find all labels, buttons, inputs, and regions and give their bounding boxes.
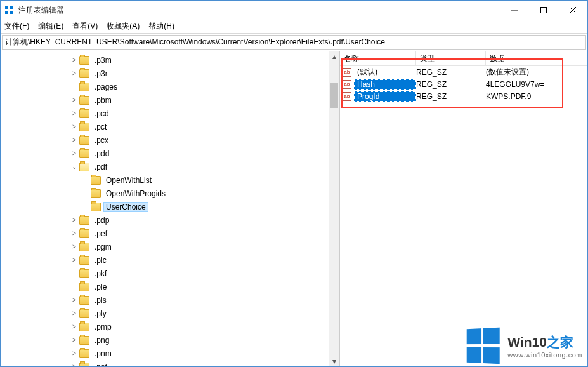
tree-item[interactable]: >.pnm <box>70 347 339 360</box>
col-data[interactable]: 数据 <box>486 51 587 65</box>
list-row[interactable]: abProgIdREG_SZKWPS.PDF.9 <box>340 90 587 102</box>
cell-name: (默认) <box>354 66 416 78</box>
cell-name: Hash <box>354 79 416 90</box>
tree-item[interactable]: >.pbm <box>70 93 339 107</box>
tree-scrollbar[interactable]: ▴ ▾ <box>329 51 339 366</box>
tree-item[interactable]: OpenWithProgids <box>70 187 339 200</box>
tree-item[interactable]: >.pcx <box>70 133 339 147</box>
list-pane: 名称 类型 数据 ab(默认)REG_SZ(数值未设置)abHashREG_SZ… <box>340 51 587 366</box>
expander-icon[interactable]: > <box>70 257 78 264</box>
expander-icon[interactable]: > <box>70 310 78 317</box>
tree-item[interactable]: >.pls <box>70 293 339 307</box>
tree-item-label: .pic <box>92 255 109 265</box>
tree-item-label: .pct <box>92 122 109 132</box>
main-area: >.p3m>.p3r .pages>.pbm>.pcd>.pct>.pcx>.p… <box>1 51 587 366</box>
expander-icon[interactable]: > <box>70 97 78 103</box>
tree-item-label: OpenWithList <box>103 175 154 185</box>
tree-item-label: .pot <box>92 362 110 367</box>
tree-item-label: .ply <box>92 309 109 319</box>
tree-item[interactable]: .pkf <box>70 267 339 280</box>
expander-icon[interactable]: > <box>70 123 78 130</box>
address-bar[interactable]: 计算机\HKEY_CURRENT_USER\Software\Microsoft… <box>2 35 586 50</box>
tree-item[interactable]: .ple <box>70 280 339 293</box>
tree-item[interactable]: >.pic <box>70 253 339 267</box>
expander-icon[interactable]: > <box>70 337 78 344</box>
folder-icon <box>79 309 89 318</box>
folder-icon <box>79 216 89 225</box>
tree-item[interactable]: >.pef <box>70 227 339 240</box>
expander-icon[interactable]: > <box>70 70 78 77</box>
cell-data: (数值未设置) <box>486 67 587 77</box>
tree-item[interactable]: .pages <box>70 80 339 93</box>
col-name[interactable]: 名称 <box>340 51 416 65</box>
menu-favorites[interactable]: 收藏夹(A) <box>107 21 140 32</box>
cell-name: ProgId <box>354 91 416 102</box>
tree-item-label: .ple <box>92 282 109 292</box>
list-row[interactable]: abHashREG_SZ4LEGGLU9V7w= <box>340 78 587 90</box>
string-value-icon: ab <box>343 68 351 77</box>
tree-item-label: .pgm <box>92 242 114 252</box>
expander-icon[interactable]: > <box>70 137 78 143</box>
expander-icon[interactable]: ⌄ <box>70 163 78 170</box>
tree-item[interactable]: UserChoice <box>70 200 339 213</box>
close-button[interactable] <box>558 1 587 20</box>
tree-item[interactable]: >.pmp <box>70 320 339 333</box>
expander-icon[interactable]: > <box>70 110 78 117</box>
tree-item-label: .pkf <box>92 269 109 279</box>
tree-item-label: .pnm <box>92 349 114 359</box>
menubar: 文件(F) 编辑(E) 查看(V) 收藏夹(A) 帮助(H) <box>1 20 587 34</box>
expander-icon[interactable]: > <box>70 57 78 63</box>
tree-item[interactable]: >.ply <box>70 307 339 320</box>
scroll-down-icon[interactable]: ▾ <box>329 356 339 366</box>
col-type[interactable]: 类型 <box>416 51 486 65</box>
tree-item-label: OpenWithProgids <box>103 189 168 199</box>
tree-item-label: .p3m <box>92 55 114 65</box>
tree-item[interactable]: >.pgm <box>70 240 339 253</box>
cell-data: 4LEGGLU9V7w= <box>486 80 587 89</box>
expander-icon[interactable]: > <box>70 243 78 250</box>
app-window: 注册表编辑器 文件(F) 编辑(E) 查看(V) 收藏夹(A) 帮助(H) 计算… <box>0 0 588 367</box>
menu-edit[interactable]: 编辑(E) <box>38 21 63 32</box>
expander-icon[interactable]: > <box>70 297 78 304</box>
windows-logo-icon <box>467 328 502 365</box>
tree-item[interactable]: OpenWithList <box>70 173 339 187</box>
tree-item[interactable]: >.pot <box>70 360 339 366</box>
tree-item[interactable]: >.pdp <box>70 213 339 227</box>
tree-item[interactable]: >.pct <box>70 120 339 133</box>
tree-item[interactable]: >.pcd <box>70 107 339 120</box>
tree-item[interactable]: >.pdd <box>70 147 339 160</box>
list-row[interactable]: ab(默认)REG_SZ(数值未设置) <box>340 66 587 78</box>
folder-icon <box>91 203 101 211</box>
expander-icon[interactable]: > <box>70 350 78 357</box>
tree-item[interactable]: >.p3r <box>70 67 339 80</box>
menu-file[interactable]: 文件(F) <box>4 21 29 32</box>
tree-item[interactable]: >.p3m <box>70 53 339 67</box>
folder-icon <box>79 123 89 131</box>
folder-icon <box>79 109 89 118</box>
cell-type: REG_SZ <box>416 92 486 101</box>
folder-icon <box>79 243 89 251</box>
menu-view[interactable]: 查看(V) <box>72 21 98 32</box>
expander-icon[interactable]: > <box>70 363 78 366</box>
scroll-thumb[interactable] <box>330 83 338 108</box>
tree-pane: >.p3m>.p3r .pages>.pbm>.pcd>.pct>.pcx>.p… <box>1 51 340 366</box>
cell-type: REG_SZ <box>416 80 486 89</box>
maximize-button[interactable] <box>529 1 558 20</box>
expander-icon[interactable]: > <box>70 230 78 237</box>
cell-type: REG_SZ <box>416 68 486 77</box>
tree-item-label: .png <box>92 335 112 345</box>
expander-icon[interactable]: > <box>70 323 78 330</box>
string-value-icon: ab <box>343 80 351 89</box>
tree-item-label: .pbm <box>92 95 114 105</box>
folder-icon <box>79 83 89 91</box>
folder-icon <box>79 296 89 305</box>
minimize-button[interactable] <box>500 1 529 20</box>
menu-help[interactable]: 帮助(H) <box>148 21 174 32</box>
expander-icon[interactable]: > <box>70 150 78 157</box>
tree-item[interactable]: ⌄.pdf <box>70 160 339 173</box>
scroll-up-icon[interactable]: ▴ <box>329 51 339 62</box>
folder-icon <box>79 163 89 171</box>
expander-icon[interactable]: > <box>70 217 78 224</box>
tree-item[interactable]: >.png <box>70 333 339 347</box>
window-title: 注册表编辑器 <box>18 5 500 16</box>
